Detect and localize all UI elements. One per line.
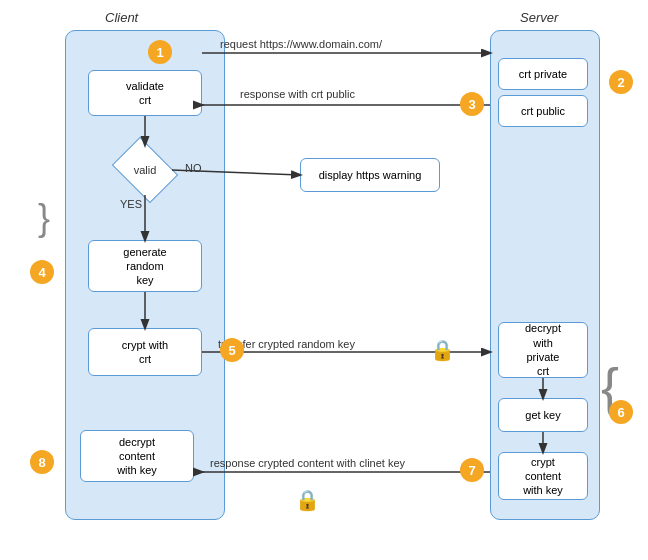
response-crypted-label: response crypted content with clinet key — [210, 457, 405, 469]
display-https-warning-box: display https warning — [300, 158, 440, 192]
request-label: request https://www.domain.com/ — [220, 38, 382, 50]
badge-3: 3 — [460, 92, 484, 116]
crypt-with-crt-box: crypt with crt — [88, 328, 202, 376]
crypt-content-with-key-box: crypt content with key — [498, 452, 588, 500]
generate-random-key-box: generate random key — [88, 240, 202, 292]
badge-7: 7 — [460, 458, 484, 482]
lock-icon-1: 🔒 — [430, 338, 455, 362]
no-label: NO — [185, 162, 202, 174]
diagram: Client Server validate crt valid generat… — [0, 0, 648, 560]
left-brace: } — [38, 200, 50, 236]
badge-4: 4 — [30, 260, 54, 284]
badge-2: 2 — [609, 70, 633, 94]
yes-label: YES — [120, 198, 142, 210]
client-label: Client — [105, 10, 138, 25]
crt-private-box: crt private — [498, 58, 588, 90]
badge-1: 1 — [148, 40, 172, 64]
lock-icon-2: 🔒 — [295, 488, 320, 512]
get-key-box: get key — [498, 398, 588, 432]
response-label: response with crt public — [240, 88, 355, 100]
decrypt-content-box: decrypt content with key — [80, 430, 194, 482]
badge-5: 5 — [220, 338, 244, 362]
badge-8: 8 — [30, 450, 54, 474]
crt-public-box: crt public — [498, 95, 588, 127]
server-label: Server — [520, 10, 558, 25]
valid-diamond — [112, 137, 178, 203]
badge-6: 6 — [609, 400, 633, 424]
decrypt-private-crt-box: decrypt with private crt — [498, 322, 588, 378]
validate-crt-box: validate crt — [88, 70, 202, 116]
